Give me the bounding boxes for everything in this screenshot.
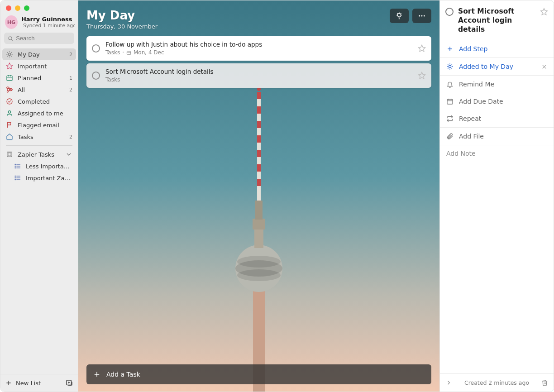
svg-point-24	[15, 166, 15, 166]
sidebar-footer: New List	[0, 374, 78, 392]
delete-icon[interactable]	[541, 379, 548, 386]
remind-me-row[interactable]: Remind Me	[440, 76, 554, 93]
task-title: Sort Microsoft Account login details	[105, 68, 412, 76]
person-icon	[6, 110, 13, 117]
task-row[interactable]: Sort Microsoft Account login details Tas…	[86, 63, 431, 88]
close-icon[interactable]	[541, 64, 547, 70]
paperclip-icon	[446, 133, 454, 140]
svg-line-63	[397, 13, 398, 14]
sidebar-item-completed[interactable]: Completed	[2, 96, 76, 107]
svg-line-85	[451, 65, 452, 65]
sidebar-divider	[6, 145, 72, 146]
svg-point-16	[7, 99, 12, 104]
search-input[interactable]	[4, 33, 74, 44]
new-list-button[interactable]: New List	[16, 380, 41, 387]
check-circle-icon	[6, 98, 13, 105]
svg-line-83	[451, 68, 452, 69]
svg-point-57	[397, 14, 401, 17]
close-window-button[interactable]	[6, 5, 11, 11]
add-file-row[interactable]: Add File	[440, 128, 554, 145]
main-panel: My Day Thursday, 30 November Follow	[78, 0, 439, 392]
minimize-window-button[interactable]	[15, 5, 20, 11]
sidebar-item-all[interactable]: All 2	[2, 84, 76, 96]
svg-point-23	[15, 164, 15, 164]
task-complete-toggle[interactable]	[92, 44, 100, 53]
sidebar-list-important-zap[interactable]: Important Zap…	[2, 172, 76, 184]
sidebar-list-less-important[interactable]: Less Importan…	[2, 160, 76, 172]
detail-complete-toggle[interactable]	[445, 8, 454, 16]
zoom-window-button[interactable]	[24, 5, 29, 11]
chevron-down-icon	[65, 151, 72, 158]
page-title: My Day	[86, 9, 158, 22]
sync-status: Synced 1 minute ago	[21, 23, 75, 29]
svg-rect-19	[8, 153, 11, 156]
sidebar-group-zapier[interactable]: Zapier Tasks	[2, 148, 76, 160]
list-icon	[14, 174, 21, 182]
main-header: My Day Thursday, 30 November	[86, 9, 431, 30]
created-timestamp: Created 2 minutes ago	[457, 379, 537, 386]
plus-icon	[93, 370, 101, 378]
sidebar: HG Harry Guinness Synced 1 minute ago My…	[0, 0, 78, 392]
due-date-row[interactable]: Add Due Date	[440, 93, 554, 110]
repeat-icon	[446, 115, 454, 122]
flag-icon	[6, 121, 13, 129]
svg-point-77	[449, 66, 451, 68]
sidebar-item-tasks[interactable]: Tasks 2	[2, 131, 76, 143]
svg-line-64	[401, 13, 401, 14]
svg-line-9	[7, 56, 8, 56]
more-horizontal-icon	[418, 12, 426, 20]
task-title: Follow up with Justin about his choice i…	[105, 41, 412, 49]
svg-line-1	[11, 39, 12, 40]
add-task-label: Add a Task	[106, 371, 140, 378]
svg-point-25	[15, 167, 15, 168]
search-field[interactable]	[16, 35, 71, 42]
home-icon	[6, 133, 13, 140]
add-task-input[interactable]: Add a Task	[86, 364, 431, 384]
window-traffic-lights	[0, 0, 78, 14]
task-subtitle: Tasks · Mon, 4 Dec	[105, 49, 412, 57]
new-group-icon[interactable]	[65, 379, 73, 387]
add-step-button[interactable]: Add Step	[440, 40, 554, 57]
svg-line-10	[11, 52, 11, 53]
sidebar-item-planned[interactable]: Planned 1	[2, 72, 76, 84]
task-subtitle: Tasks	[105, 76, 412, 84]
repeat-row[interactable]: Repeat	[440, 110, 554, 127]
star-outline-icon[interactable]	[418, 44, 426, 53]
task-list: Follow up with Justin about his choice i…	[86, 36, 431, 88]
svg-rect-68	[127, 51, 130, 54]
svg-line-8	[11, 56, 11, 56]
add-note-input[interactable]: Add Note	[440, 145, 554, 162]
star-outline-icon[interactable]	[418, 72, 426, 80]
more-button[interactable]	[412, 9, 431, 23]
svg-point-30	[15, 177, 15, 178]
star-icon	[6, 62, 13, 70]
sidebar-item-my-day[interactable]: My Day 2	[2, 48, 76, 60]
sidebar-item-flagged[interactable]: Flagged email	[2, 119, 76, 131]
star-outline-icon[interactable]	[540, 8, 548, 16]
suggestions-button[interactable]	[390, 9, 409, 23]
avatar: HG	[5, 15, 18, 29]
calendar-mini-icon	[126, 50, 131, 55]
hide-detail-icon[interactable]	[445, 379, 452, 386]
bell-icon	[446, 81, 454, 88]
lightbulb-icon	[395, 12, 403, 20]
task-complete-toggle[interactable]	[92, 72, 100, 80]
search-icon	[8, 35, 13, 42]
svg-point-29	[15, 176, 15, 176]
sun-icon	[446, 63, 454, 70]
plus-icon	[5, 379, 12, 387]
detail-title[interactable]: Sort Microsoft Account login details	[458, 7, 535, 34]
user-name: Harry Guinness	[21, 16, 75, 23]
sun-icon	[6, 51, 13, 58]
calendar-icon	[6, 74, 13, 81]
plus-icon	[446, 45, 454, 53]
sidebar-item-assigned[interactable]: Assigned to me	[2, 107, 76, 119]
task-row[interactable]: Follow up with Justin about his choice i…	[86, 36, 431, 61]
svg-point-17	[8, 111, 10, 113]
profile-button[interactable]: HG Harry Guinness Synced 1 minute ago	[0, 14, 78, 33]
page-date: Thursday, 30 November	[86, 23, 158, 30]
smart-lists: My Day 2 Important Planned 1 All 2 Compl…	[0, 48, 78, 184]
sidebar-item-important[interactable]: Important	[2, 60, 76, 72]
added-to-my-day-row[interactable]: Added to My Day	[440, 58, 554, 75]
svg-point-2	[8, 53, 10, 55]
